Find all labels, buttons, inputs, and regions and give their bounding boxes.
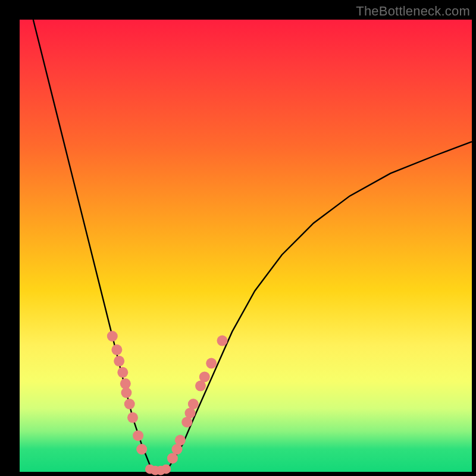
watermark-label: TheBottleneck.com — [356, 4, 470, 19]
bottleneck-curve-path — [33, 20, 472, 472]
marker-dot — [136, 444, 147, 455]
marker-dot — [188, 399, 199, 409]
marker-dot — [206, 358, 217, 369]
marker-dot — [175, 435, 186, 446]
marker-dot — [107, 331, 118, 342]
marker-dot — [133, 430, 143, 441]
marker-dot — [127, 412, 138, 423]
marker-dot — [111, 345, 122, 355]
marker-dot — [114, 356, 124, 367]
marker-dot — [217, 336, 228, 346]
marker-dot — [161, 464, 171, 474]
bottleneck-curve-svg — [20, 20, 472, 472]
gradient-plot-area — [20, 20, 472, 472]
marker-dot — [120, 378, 131, 389]
marker-dot — [117, 367, 128, 378]
marker-dot — [121, 387, 131, 398]
marker-dot — [124, 399, 135, 409]
marker-dot — [199, 371, 210, 382]
curve-marker-dots — [107, 331, 228, 475]
